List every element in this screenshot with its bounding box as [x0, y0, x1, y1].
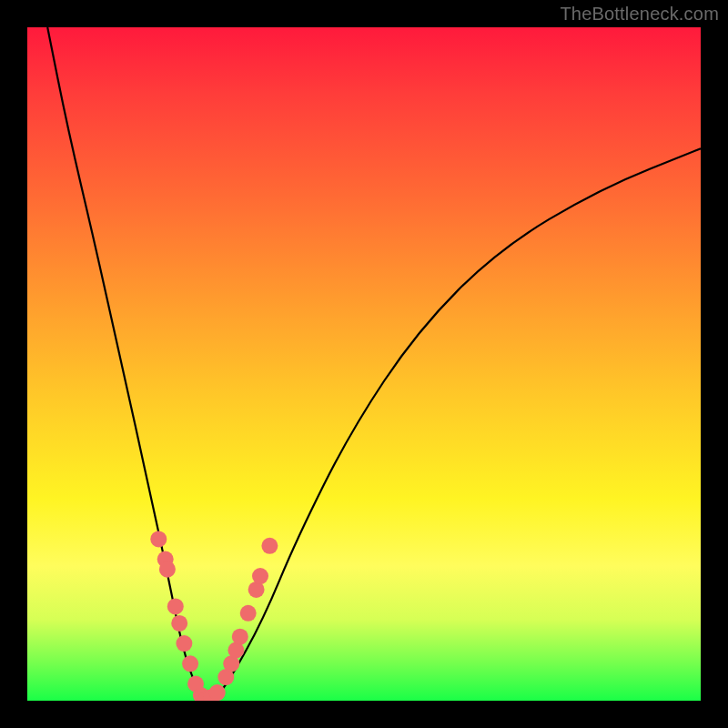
watermark-text: TheBottleneck.com	[560, 4, 719, 25]
sample-point	[150, 531, 167, 547]
plot-area	[27, 27, 701, 701]
sample-point	[209, 684, 226, 701]
sample-point	[167, 598, 184, 614]
sample-point	[232, 629, 248, 645]
curve-svg	[27, 27, 701, 701]
sample-point	[261, 538, 278, 554]
sample-point	[240, 605, 257, 622]
marker-group	[150, 531, 278, 701]
sample-point	[176, 635, 192, 652]
sample-point	[252, 568, 268, 584]
sample-point	[171, 615, 187, 632]
bottleneck-curve-path	[47, 27, 701, 699]
sample-point	[159, 561, 176, 578]
sample-point	[182, 655, 198, 672]
chart-frame: TheBottleneck.com	[0, 0, 728, 728]
